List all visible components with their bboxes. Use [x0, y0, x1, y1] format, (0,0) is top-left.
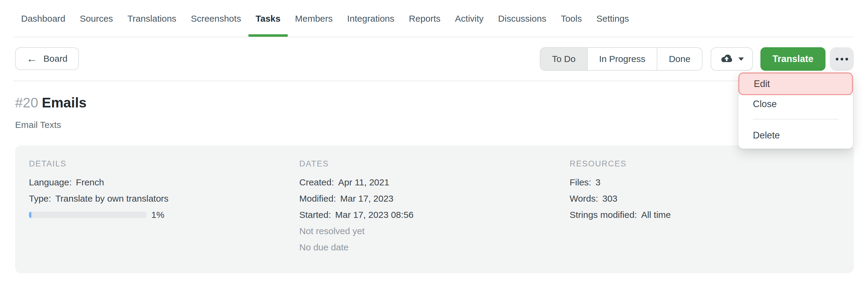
task-subtitle: Email Texts — [15, 120, 61, 130]
status-tab-in-progress[interactable]: In Progress — [587, 48, 657, 70]
task-title: Emails — [42, 95, 87, 110]
detail-row-type: Type: Translate by own translators — [29, 192, 299, 205]
cloud-upload-icon — [720, 54, 734, 64]
date-row-resolved: Not resolved yet — [299, 225, 569, 237]
task-info-card: DETAILS Language: French Type: Translate… — [15, 145, 854, 273]
nav-divider — [13, 37, 854, 37]
menu-item-close[interactable]: Close — [738, 96, 853, 112]
nav-tab-activity[interactable]: Activity — [455, 0, 484, 37]
toolbar-divider — [13, 81, 854, 81]
toolbar-actions: To Do In Progress Done Translate — [540, 47, 854, 71]
chevron-down-icon — [738, 58, 744, 61]
task-detail-page: Dashboard Sources Translations Screensho… — [0, 0, 868, 288]
details-column: DETAILS Language: French Type: Translate… — [29, 159, 299, 259]
status-tab-done[interactable]: Done — [657, 48, 702, 70]
resource-row-strings-modified: Strings modified: All time — [569, 209, 840, 221]
nav-tab-translations[interactable]: Translations — [127, 0, 176, 37]
nav-tab-tools[interactable]: Tools — [561, 0, 582, 37]
detail-row-language: Language: French — [29, 176, 299, 188]
dates-column: DATES Created: Apr 11, 2021 Modified: Ma… — [299, 159, 569, 259]
nav-tab-members[interactable]: Members — [295, 0, 333, 37]
more-actions-button[interactable] — [830, 47, 854, 71]
date-row-created: Created: Apr 11, 2021 — [299, 176, 569, 188]
nav-tab-reports[interactable]: Reports — [409, 0, 441, 37]
resources-column: RESOURCES Files: 3 Words: 303 Strings mo… — [569, 159, 840, 259]
nav-tab-settings[interactable]: Settings — [596, 0, 629, 37]
resource-row-words: Words: 303 — [569, 192, 840, 205]
translation-progress: 1% — [29, 209, 299, 221]
nav-tab-integrations[interactable]: Integrations — [347, 0, 395, 37]
back-arrow-icon: ← — [27, 53, 37, 64]
project-nav: Dashboard Sources Translations Screensho… — [0, 0, 868, 37]
menu-item-delete[interactable]: Delete — [738, 127, 853, 144]
nav-tab-sources[interactable]: Sources — [80, 0, 113, 37]
date-row-due: No due date — [299, 241, 569, 253]
dates-heading: DATES — [299, 159, 569, 169]
nav-tab-dashboard[interactable]: Dashboard — [21, 0, 65, 37]
translate-button[interactable]: Translate — [761, 47, 826, 71]
progress-bar-fill — [29, 212, 31, 218]
nav-tab-tasks[interactable]: Tasks — [255, 0, 281, 37]
status-tab-todo[interactable]: To Do — [540, 48, 587, 70]
menu-item-edit[interactable]: Edit — [738, 73, 853, 95]
resources-heading: RESOURCES — [569, 159, 840, 169]
ellipsis-icon — [836, 58, 838, 61]
back-to-board-button[interactable]: ← Board — [15, 47, 79, 70]
resource-row-files: Files: 3 — [569, 176, 840, 188]
status-segmented-control: To Do In Progress Done — [540, 47, 703, 71]
more-actions-menu: Edit Close Delete — [738, 73, 853, 149]
task-number: #20 — [15, 95, 38, 110]
back-button-label: Board — [43, 53, 67, 64]
details-heading: DETAILS — [29, 159, 299, 169]
nav-tab-screenshots[interactable]: Screenshots — [191, 0, 241, 37]
date-row-modified: Modified: Mar 17, 2023 — [299, 192, 569, 205]
page-title: #20Emails — [15, 95, 87, 111]
progress-percent-label: 1% — [151, 210, 164, 220]
date-row-started: Started: Mar 17, 2023 08:56 — [299, 209, 569, 221]
download-upload-dropdown-button[interactable] — [711, 47, 753, 71]
menu-divider — [753, 119, 838, 119]
nav-tab-discussions[interactable]: Discussions — [498, 0, 547, 37]
progress-bar-track — [29, 212, 147, 218]
